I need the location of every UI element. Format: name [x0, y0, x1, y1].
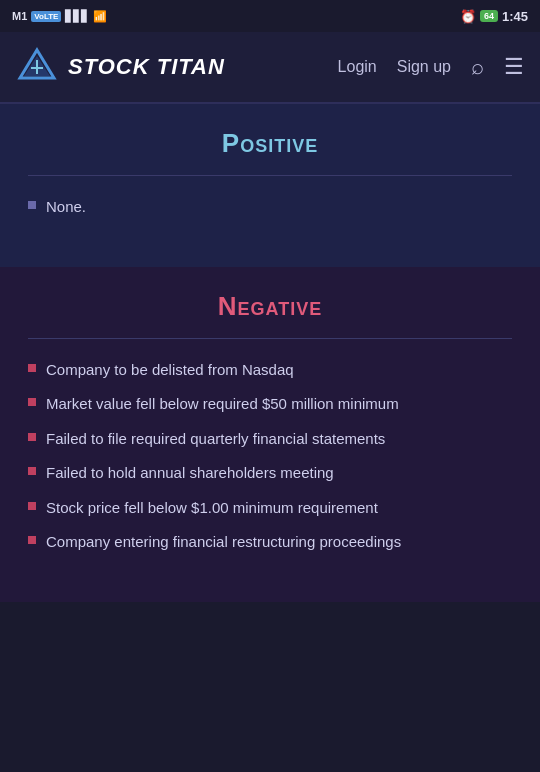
status-right: ⏰ 64 1:45	[460, 9, 528, 24]
navbar: STOCK TITAN Login Sign up ⌕ ☰	[0, 32, 540, 104]
search-icon[interactable]: ⌕	[471, 54, 484, 80]
negative-divider	[28, 338, 512, 339]
positive-list: None.	[28, 196, 512, 219]
list-item: Stock price fell below $1.00 minimum req…	[28, 497, 512, 520]
negative-item-text: Stock price fell below $1.00 minimum req…	[46, 497, 378, 520]
status-bar: M1 VoLTE ▋▋▋ 📶 ⏰ 64 1:45	[0, 0, 540, 32]
signup-link[interactable]: Sign up	[397, 58, 451, 76]
negative-section: Negative Company to be delisted from Nas…	[0, 267, 540, 602]
nav-links: Login Sign up ⌕ ☰	[338, 54, 524, 80]
bullet-icon	[28, 201, 36, 209]
list-item: None.	[28, 196, 512, 219]
list-item: Failed to file required quarterly financ…	[28, 428, 512, 451]
positive-item-text: None.	[46, 196, 86, 219]
negative-item-text: Company to be delisted from Nasdaq	[46, 359, 294, 382]
login-link[interactable]: Login	[338, 58, 377, 76]
bullet-icon	[28, 467, 36, 475]
logo-text: STOCK TITAN	[68, 54, 225, 80]
battery-badge: 64	[480, 10, 498, 22]
list-item: Company to be delisted from Nasdaq	[28, 359, 512, 382]
signal-icon: ▋▋▋	[65, 10, 89, 23]
negative-title: Negative	[28, 291, 512, 322]
positive-title: Positive	[28, 128, 512, 159]
menu-icon[interactable]: ☰	[504, 54, 524, 80]
negative-item-text: Company entering financial restructuring…	[46, 531, 401, 554]
volte-badge: VoLTE	[31, 11, 61, 22]
bullet-icon	[28, 536, 36, 544]
bullet-icon	[28, 433, 36, 441]
negative-item-text: Failed to file required quarterly financ…	[46, 428, 385, 451]
alarm-icon: ⏰	[460, 9, 476, 24]
list-item: Company entering financial restructuring…	[28, 531, 512, 554]
wifi-icon: 📶	[93, 10, 107, 23]
list-item: Failed to hold annual shareholders meeti…	[28, 462, 512, 485]
carrier-label: M1	[12, 10, 27, 22]
negative-item-text: Failed to hold annual shareholders meeti…	[46, 462, 334, 485]
bullet-icon	[28, 502, 36, 510]
status-left: M1 VoLTE ▋▋▋ 📶	[12, 10, 107, 23]
logo-area: STOCK TITAN	[16, 46, 338, 88]
negative-item-text: Market value fell below required $50 mil…	[46, 393, 399, 416]
positive-divider	[28, 175, 512, 176]
content: Positive None. Negative Company to be de…	[0, 104, 540, 602]
bullet-icon	[28, 398, 36, 406]
bullet-icon	[28, 364, 36, 372]
positive-section: Positive None.	[0, 104, 540, 267]
time-label: 1:45	[502, 9, 528, 24]
list-item: Market value fell below required $50 mil…	[28, 393, 512, 416]
negative-list: Company to be delisted from NasdaqMarket…	[28, 359, 512, 554]
logo-icon	[16, 46, 58, 88]
